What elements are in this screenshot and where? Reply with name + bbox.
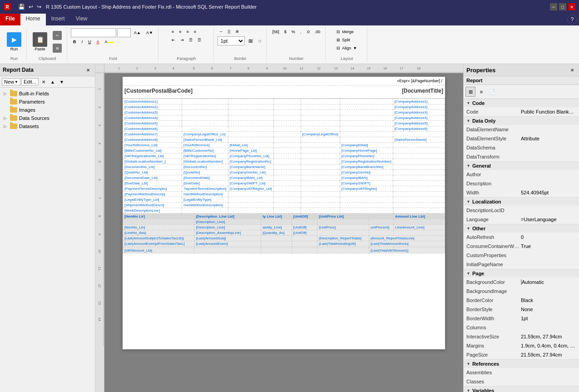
split-btn[interactable]: ⊞ Split — [334, 36, 359, 44]
list-btn[interactable]: ☰ — [187, 36, 195, 44]
tab-home[interactable]: Home — [20, 14, 46, 25]
section-code-header[interactable]: ▼ Code — [464, 99, 579, 107]
barcode-cell: [CustomerPostalBarCode] — [123, 86, 284, 98]
restore-btn[interactable]: □ — [559, 3, 566, 10]
tree-item-datasets[interactable]: ▷ Datasets — [2, 122, 93, 130]
prop-pages-btn[interactable]: 📄 — [487, 87, 497, 97]
font-grow-btn[interactable]: A▲ — [132, 29, 143, 36]
run-button[interactable]: ▶ Run — [5, 31, 24, 53]
font-family-input[interactable] — [71, 28, 116, 37]
title-bar-left: R 💾 ↩ ↪ R 1305 Custom Layout - Ship Addr… — [4, 3, 257, 10]
list2-btn[interactable]: ☰ — [195, 36, 203, 44]
move-up-btn[interactable]: ▲ — [49, 78, 57, 86]
bold-btn[interactable]: B — [71, 38, 79, 45]
edit-btn[interactable]: Edit... — [21, 78, 39, 85]
percent-btn[interactable]: % — [289, 28, 297, 35]
font-shrink-btn[interactable]: A▼ — [144, 29, 155, 36]
indent-more-btn[interactable]: ⇥ — [178, 36, 186, 44]
border-style-btn[interactable]: ≋ — [246, 36, 256, 46]
svg-text:2: 2 — [98, 106, 101, 108]
toggle-built-in[interactable]: ▷ — [2, 90, 8, 97]
copy-button[interactable]: ⊞ — [50, 42, 64, 54]
delete-btn[interactable]: ✕ — [40, 78, 48, 86]
border-size-select[interactable]: 1pt — [218, 36, 245, 45]
svg-text:14: 14 — [98, 318, 101, 321]
section-references-header[interactable]: ▼ References — [464, 360, 579, 368]
font-size-input[interactable] — [117, 28, 131, 37]
align-right-btn[interactable]: ≡ — [184, 28, 191, 35]
align-btn[interactable]: ⊟ Align ▼ — [334, 45, 359, 52]
svg-text:17: 17 — [400, 67, 403, 70]
tab-view[interactable]: View — [70, 14, 93, 25]
border-fill-btn[interactable]: ▒ — [226, 28, 233, 35]
toggle-datasets[interactable]: ▷ — [2, 123, 8, 129]
left-panel: Report Data ✕ New ▼ Edit... ✕ ▲ ▼ ▷ Buil… — [0, 64, 95, 392]
table-row: [GlobalLocationNumber_] [GlobalLocationN… — [123, 159, 445, 164]
properties-object-label: Report — [464, 76, 579, 85]
help-btn[interactable]: ? — [567, 15, 577, 25]
toggle-data-sources[interactable]: ▷ — [2, 115, 8, 121]
collapse-icon-variables: ▼ — [466, 388, 470, 392]
tree-item-images[interactable]: Images — [2, 106, 93, 114]
tree-item-data-sources[interactable]: ▷ Data Sources — [2, 114, 93, 122]
split-icon: ⊞ — [337, 38, 340, 42]
svg-text:15: 15 — [367, 67, 371, 70]
indent-less-btn[interactable]: ⇤ — [169, 36, 178, 44]
decimal-more-btn[interactable]: .0 — [304, 28, 312, 35]
svg-text:8: 8 — [247, 67, 249, 70]
prop-row-interactivesize: InteractiveSize 21.59cm, 27.94cm — [464, 332, 579, 341]
prop-row-consumecontainer: ConsumeContainerWhitespace True — [464, 242, 579, 251]
thousands-btn[interactable]: , — [298, 28, 304, 35]
align-justify-btn[interactable]: ≡ — [192, 28, 198, 35]
paste-button[interactable]: 📋 Paste — [30, 31, 49, 53]
section-other-header[interactable]: ▼ Other — [464, 224, 579, 233]
canvas-scroll[interactable]: «Expr» [&PageNumber] / [CustomerPostalBa… — [104, 73, 463, 392]
prop-row-bordercolor: BorderColor Black — [464, 296, 579, 305]
border-color-btn[interactable]: ─ — [218, 28, 225, 35]
section-page-header[interactable]: ▼ Page — [464, 269, 579, 278]
collapse-icon-other: ▼ — [466, 226, 470, 231]
copy-icon: ⊞ — [53, 44, 62, 53]
prop-row-language: Language =UserLanguage — [464, 215, 579, 224]
collapse-icon-page: ▼ — [466, 271, 470, 276]
close-btn[interactable]: ✕ — [568, 3, 575, 10]
new-dropdown-btn[interactable]: New ▼ — [2, 78, 20, 85]
prop-row-borderstyle: BorderStyle None — [464, 305, 579, 314]
section-variables-header[interactable]: ▼ Variables — [464, 387, 579, 392]
ribbon-group-run: ▶ Run Run — [2, 27, 27, 62]
decimal-less-btn[interactable]: .00 — [312, 28, 323, 35]
underline-btn[interactable]: U — [86, 38, 94, 45]
svg-text:5: 5 — [193, 67, 195, 70]
section-general-header[interactable]: ▼ General — [464, 162, 579, 170]
close-panel-btn[interactable]: ✕ — [84, 66, 92, 74]
merge-btn[interactable]: ⊟ Merge — [334, 28, 359, 35]
tab-insert[interactable]: Insert — [46, 14, 70, 25]
close-properties-btn[interactable]: ✕ — [568, 66, 576, 74]
save-btn[interactable]: 💾 — [17, 4, 26, 10]
data-row-1: [ItemNo_Lin] [Description_Line] iantity_… — [123, 225, 445, 230]
font-color-btn[interactable]: A — [94, 38, 102, 45]
app-icon: R — [4, 3, 11, 10]
border-box-btn[interactable]: □ — [257, 38, 263, 45]
minimize-btn[interactable]: ─ — [550, 3, 557, 10]
section-data-only-header[interactable]: ▼ Data Only — [464, 117, 579, 125]
number-format-btn[interactable]: [56] — [270, 28, 282, 35]
tab-file[interactable]: File — [0, 14, 20, 25]
currency-btn[interactable]: $ — [282, 28, 289, 35]
cut-button[interactable]: ✂ — [50, 30, 64, 41]
move-down-btn[interactable]: ▼ — [58, 78, 66, 86]
align-left-btn[interactable]: ≡ — [169, 28, 176, 35]
align-center-btn[interactable]: ≡ — [177, 28, 183, 35]
prop-categorized-btn[interactable]: ⊞ — [465, 87, 475, 97]
section-localization-header[interactable]: ▼ Localization — [464, 198, 579, 206]
italic-btn[interactable]: I — [79, 38, 85, 45]
redo-btn[interactable]: ↪ — [36, 4, 42, 10]
prop-alpha-btn[interactable]: ≡ — [476, 87, 486, 97]
tree-item-built-in[interactable]: ▷ Built-in Fields — [2, 89, 93, 98]
bg-color-btn[interactable]: A — [103, 38, 115, 45]
left-panel-header: Report Data ✕ — [0, 64, 95, 76]
border-all-btn[interactable]: ⊞ — [233, 28, 241, 35]
doc-title-cell: [DocumentTitle] — [284, 86, 445, 98]
undo-btn[interactable]: ↩ — [28, 4, 34, 10]
tree-item-parameters[interactable]: Parameters — [2, 98, 93, 106]
